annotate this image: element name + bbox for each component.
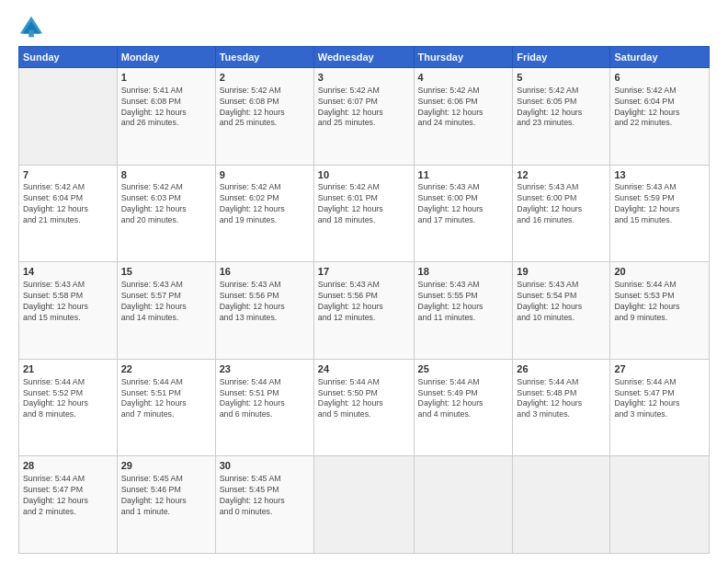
day-cell bbox=[313, 456, 414, 554]
week-row-2: 14Sunrise: 5:43 AM Sunset: 5:58 PM Dayli… bbox=[19, 262, 710, 360]
day-info: Sunrise: 5:43 AM Sunset: 5:58 PM Dayligh… bbox=[23, 280, 113, 324]
day-cell: 27Sunrise: 5:44 AM Sunset: 5:47 PM Dayli… bbox=[610, 359, 710, 456]
day-info: Sunrise: 5:42 AM Sunset: 6:04 PM Dayligh… bbox=[23, 182, 113, 226]
header-day-saturday: Saturday bbox=[610, 47, 710, 68]
day-cell: 6Sunrise: 5:42 AM Sunset: 6:04 PM Daylig… bbox=[610, 68, 710, 166]
day-cell: 24Sunrise: 5:44 AM Sunset: 5:50 PM Dayli… bbox=[313, 359, 414, 456]
logo bbox=[18, 15, 48, 40]
day-cell: 14Sunrise: 5:43 AM Sunset: 5:58 PM Dayli… bbox=[19, 262, 118, 360]
day-info: Sunrise: 5:43 AM Sunset: 5:59 PM Dayligh… bbox=[614, 182, 705, 226]
day-info: Sunrise: 5:44 AM Sunset: 5:49 PM Dayligh… bbox=[418, 377, 509, 421]
day-number: 26 bbox=[517, 362, 606, 376]
day-cell: 4Sunrise: 5:42 AM Sunset: 6:06 PM Daylig… bbox=[414, 68, 513, 166]
header-day-friday: Friday bbox=[513, 47, 610, 68]
day-number: 15 bbox=[121, 265, 211, 279]
day-number: 13 bbox=[614, 168, 705, 182]
header bbox=[18, 15, 710, 40]
day-cell: 8Sunrise: 5:42 AM Sunset: 6:03 PM Daylig… bbox=[117, 165, 215, 262]
day-info: Sunrise: 5:44 AM Sunset: 5:48 PM Dayligh… bbox=[517, 377, 606, 421]
day-number: 18 bbox=[418, 265, 509, 279]
day-cell: 25Sunrise: 5:44 AM Sunset: 5:49 PM Dayli… bbox=[414, 359, 513, 456]
day-number: 24 bbox=[318, 362, 410, 376]
day-number: 25 bbox=[418, 362, 509, 376]
day-number: 17 bbox=[318, 265, 410, 279]
header-day-sunday: Sunday bbox=[19, 47, 118, 68]
day-info: Sunrise: 5:43 AM Sunset: 5:57 PM Dayligh… bbox=[121, 280, 211, 324]
day-cell: 22Sunrise: 5:44 AM Sunset: 5:51 PM Dayli… bbox=[117, 359, 215, 456]
day-number: 27 bbox=[614, 362, 705, 376]
day-cell: 13Sunrise: 5:43 AM Sunset: 5:59 PM Dayli… bbox=[610, 165, 710, 262]
day-info: Sunrise: 5:44 AM Sunset: 5:52 PM Dayligh… bbox=[23, 377, 113, 421]
day-number: 1 bbox=[121, 71, 211, 85]
day-cell: 28Sunrise: 5:44 AM Sunset: 5:47 PM Dayli… bbox=[19, 456, 118, 554]
day-info: Sunrise: 5:42 AM Sunset: 6:01 PM Dayligh… bbox=[318, 182, 410, 226]
day-cell: 2Sunrise: 5:42 AM Sunset: 6:08 PM Daylig… bbox=[215, 68, 313, 166]
day-cell: 29Sunrise: 5:45 AM Sunset: 5:46 PM Dayli… bbox=[117, 456, 215, 554]
day-info: Sunrise: 5:43 AM Sunset: 5:56 PM Dayligh… bbox=[318, 280, 410, 324]
day-info: Sunrise: 5:43 AM Sunset: 5:55 PM Dayligh… bbox=[418, 280, 509, 324]
day-info: Sunrise: 5:42 AM Sunset: 6:06 PM Dayligh… bbox=[418, 86, 509, 130]
week-row-3: 21Sunrise: 5:44 AM Sunset: 5:52 PM Dayli… bbox=[19, 359, 710, 456]
day-number: 14 bbox=[23, 265, 113, 279]
day-info: Sunrise: 5:42 AM Sunset: 6:05 PM Dayligh… bbox=[517, 86, 606, 130]
header-day-thursday: Thursday bbox=[414, 47, 513, 68]
day-cell: 1Sunrise: 5:41 AM Sunset: 6:08 PM Daylig… bbox=[117, 68, 215, 166]
day-info: Sunrise: 5:44 AM Sunset: 5:53 PM Dayligh… bbox=[614, 280, 705, 324]
day-cell: 5Sunrise: 5:42 AM Sunset: 6:05 PM Daylig… bbox=[513, 68, 610, 166]
header-row: SundayMondayTuesdayWednesdayThursdayFrid… bbox=[19, 47, 710, 68]
day-number: 2 bbox=[220, 71, 310, 85]
day-number: 30 bbox=[220, 459, 310, 473]
day-number: 3 bbox=[318, 71, 410, 85]
day-info: Sunrise: 5:43 AM Sunset: 6:00 PM Dayligh… bbox=[517, 182, 606, 226]
day-number: 5 bbox=[517, 71, 606, 85]
day-cell: 12Sunrise: 5:43 AM Sunset: 6:00 PM Dayli… bbox=[513, 165, 610, 262]
header-day-tuesday: Tuesday bbox=[215, 47, 313, 68]
day-number: 19 bbox=[517, 265, 606, 279]
day-number: 23 bbox=[220, 362, 310, 376]
week-row-0: 1Sunrise: 5:41 AM Sunset: 6:08 PM Daylig… bbox=[19, 68, 710, 166]
day-cell: 23Sunrise: 5:44 AM Sunset: 5:51 PM Dayli… bbox=[215, 359, 313, 456]
day-cell: 16Sunrise: 5:43 AM Sunset: 5:56 PM Dayli… bbox=[215, 262, 313, 360]
day-cell: 15Sunrise: 5:43 AM Sunset: 5:57 PM Dayli… bbox=[117, 262, 215, 360]
day-number: 6 bbox=[614, 71, 705, 85]
day-cell: 19Sunrise: 5:43 AM Sunset: 5:54 PM Dayli… bbox=[513, 262, 610, 360]
calendar-table: SundayMondayTuesdayWednesdayThursdayFrid… bbox=[18, 46, 710, 554]
day-cell: 7Sunrise: 5:42 AM Sunset: 6:04 PM Daylig… bbox=[19, 165, 118, 262]
day-cell: 9Sunrise: 5:42 AM Sunset: 6:02 PM Daylig… bbox=[215, 165, 313, 262]
week-row-1: 7Sunrise: 5:42 AM Sunset: 6:04 PM Daylig… bbox=[19, 165, 710, 262]
day-info: Sunrise: 5:42 AM Sunset: 6:04 PM Dayligh… bbox=[614, 86, 705, 130]
day-info: Sunrise: 5:42 AM Sunset: 6:03 PM Dayligh… bbox=[121, 182, 211, 226]
day-number: 10 bbox=[318, 168, 410, 182]
day-info: Sunrise: 5:42 AM Sunset: 6:02 PM Dayligh… bbox=[220, 182, 310, 226]
day-cell: 11Sunrise: 5:43 AM Sunset: 6:00 PM Dayli… bbox=[414, 165, 513, 262]
day-info: Sunrise: 5:43 AM Sunset: 5:54 PM Dayligh… bbox=[517, 280, 606, 324]
day-info: Sunrise: 5:45 AM Sunset: 5:45 PM Dayligh… bbox=[220, 474, 310, 518]
day-number: 4 bbox=[418, 71, 509, 85]
calendar-body: 1Sunrise: 5:41 AM Sunset: 6:08 PM Daylig… bbox=[19, 68, 710, 554]
day-cell: 18Sunrise: 5:43 AM Sunset: 5:55 PM Dayli… bbox=[414, 262, 513, 360]
svg-rect-2 bbox=[28, 30, 34, 37]
day-cell: 21Sunrise: 5:44 AM Sunset: 5:52 PM Dayli… bbox=[19, 359, 118, 456]
day-info: Sunrise: 5:42 AM Sunset: 6:08 PM Dayligh… bbox=[220, 86, 310, 130]
day-cell bbox=[19, 68, 118, 166]
logo-icon bbox=[18, 15, 44, 40]
day-cell: 26Sunrise: 5:44 AM Sunset: 5:48 PM Dayli… bbox=[513, 359, 610, 456]
day-cell: 10Sunrise: 5:42 AM Sunset: 6:01 PM Dayli… bbox=[313, 165, 414, 262]
day-number: 29 bbox=[121, 459, 211, 473]
day-number: 20 bbox=[614, 265, 705, 279]
day-cell: 17Sunrise: 5:43 AM Sunset: 5:56 PM Dayli… bbox=[313, 262, 414, 360]
day-number: 16 bbox=[220, 265, 310, 279]
day-info: Sunrise: 5:43 AM Sunset: 6:00 PM Dayligh… bbox=[418, 182, 509, 226]
day-number: 28 bbox=[23, 459, 113, 473]
day-info: Sunrise: 5:44 AM Sunset: 5:51 PM Dayligh… bbox=[121, 377, 211, 421]
day-number: 9 bbox=[220, 168, 310, 182]
day-cell bbox=[610, 456, 710, 554]
day-cell: 20Sunrise: 5:44 AM Sunset: 5:53 PM Dayli… bbox=[610, 262, 710, 360]
day-info: Sunrise: 5:41 AM Sunset: 6:08 PM Dayligh… bbox=[121, 86, 211, 130]
day-cell: 30Sunrise: 5:45 AM Sunset: 5:45 PM Dayli… bbox=[215, 456, 313, 554]
day-number: 12 bbox=[517, 168, 606, 182]
day-cell: 3Sunrise: 5:42 AM Sunset: 6:07 PM Daylig… bbox=[313, 68, 414, 166]
day-info: Sunrise: 5:44 AM Sunset: 5:50 PM Dayligh… bbox=[318, 377, 410, 421]
week-row-4: 28Sunrise: 5:44 AM Sunset: 5:47 PM Dayli… bbox=[19, 456, 710, 554]
day-info: Sunrise: 5:43 AM Sunset: 5:56 PM Dayligh… bbox=[220, 280, 310, 324]
